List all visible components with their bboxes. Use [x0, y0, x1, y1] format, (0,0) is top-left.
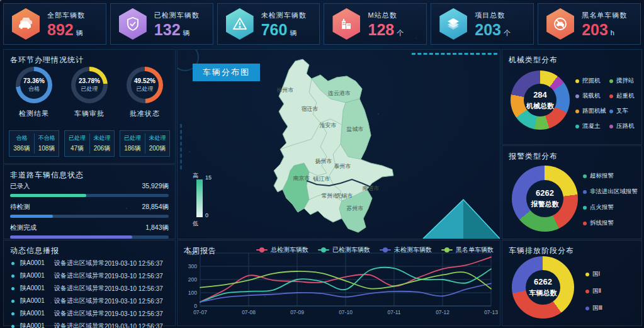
bar-value: 35,929辆 [142, 182, 169, 191]
legend-item[interactable]: 国Ⅱ [585, 287, 602, 295]
stat-card-m-stations: M站总数 128个 [324, 3, 427, 45]
panel-title: 非道路车辆信息状态 [10, 170, 84, 181]
legend-item[interactable]: 叉车 [609, 107, 642, 115]
feed-event: 设备进出区域异常 [54, 309, 105, 318]
progress-fill [10, 194, 86, 197]
stat-card-projects: 项目总数 203个 [431, 3, 534, 45]
feed-event: 设备进出区域异常 [54, 259, 105, 268]
legend-dot-icon [585, 307, 589, 310]
station-icon [332, 8, 360, 40]
stat-label: 未检测车辆数 [261, 11, 307, 20]
progress-fill [10, 235, 132, 239]
list-item: 陕A0001设备进出区域异常2019-03-10 12:56:37 [11, 297, 171, 305]
gauge-status: 合格 [28, 85, 40, 93]
layers-icon [439, 8, 467, 40]
gauge-percent: 49.52% [134, 77, 155, 84]
legend-dot-icon [609, 110, 613, 113]
panel-emission-stages: 车辆排放阶段分布 6262 车辆总数 国Ⅰ国Ⅱ国Ⅲ [502, 240, 642, 326]
bar-label: 待检测 [10, 203, 30, 212]
col-header: 合格 [9, 133, 34, 144]
legend-dot-icon [609, 79, 613, 83]
legend-item[interactable]: 混凝土 [575, 122, 608, 130]
legend-dot-icon [585, 273, 589, 276]
legend-dot-icon [583, 190, 587, 194]
map-city-label: 连云港市 [328, 89, 351, 98]
gauge-vehicle-approval: 23.78%已处理 车辆审批 [63, 67, 116, 118]
grad-min-label: 0 [205, 212, 208, 218]
legend-item[interactable]: 总检测车辆数 [256, 246, 308, 254]
stat-unit: 个 [504, 29, 511, 37]
gauge-row: 73.36%合格 检测结果 23.78%已处理 车辆审批 49.52%已处理 批… [6, 67, 172, 118]
legend-dot-icon [575, 125, 579, 128]
legend-item[interactable]: 国Ⅰ [585, 270, 602, 278]
panel-alarm-types: 报警类型分布 6262 报警总数 超标报警非法进出区域报警点火报警拆线报警 [502, 145, 642, 239]
panel-weekly-report: 本周报告 总检测车辆数已检测车辆数未检测车辆数黑名单车辆数 0100200300… [177, 240, 500, 326]
cars-icon [12, 8, 40, 40]
progress-track [10, 235, 169, 239]
panel-vehicle-map: 车辆分布图 徐州市连云港市宿迁市淮安市盐城市扬州市泰州市南京市镇江市常 [177, 49, 500, 239]
legend-dot-icon [575, 94, 579, 98]
map-city-label: 南京市 [293, 174, 310, 183]
svg-text:07-10: 07-10 [339, 309, 353, 315]
legend-item[interactable]: 国Ⅲ [585, 304, 602, 312]
bullet-icon [11, 325, 14, 328]
feed-time: 2019-03-10 12:56:37 [105, 285, 171, 292]
legend-item[interactable]: 挖掘机 [575, 77, 608, 85]
stat-value: 892 [47, 21, 74, 38]
table-group: 已处理 未处理 186辆 200辆 [120, 130, 170, 157]
feed-time: 2019-03-10 12:56:37 [105, 298, 171, 305]
panel-news-feed: 动态信息播报 陕A0001设备进出区域异常2019-03-10 12:56:37… [3, 240, 176, 326]
feed-plate: 陕A0001 [20, 271, 54, 280]
legend-dot-icon [609, 94, 613, 98]
list-item: 陕A0001设备进出区域异常2019-03-10 12:56:37 [11, 271, 171, 280]
panel-machine-types: 机械类型分布 284 机械总数 挖掘机搅拌站装载机起重机路面机械叉车混凝土压路机 [502, 49, 642, 145]
legend-item[interactable]: 超标报警 [583, 172, 638, 180]
progress-row: 检测完成1,843辆 [10, 223, 169, 239]
svg-text:100: 100 [188, 290, 197, 296]
alarm-donut-chart[interactable] [512, 166, 578, 232]
bullet-icon [11, 312, 14, 315]
map-title-badge[interactable]: 车辆分布图 [193, 64, 260, 81]
feed-plate: 陕A0001 [20, 322, 54, 328]
stat-label: 黑名单车辆数 [582, 11, 627, 20]
stat-card-all-vehicles: 全部车辆数 892辆 [3, 3, 106, 45]
list-item: 陕A0001设备进出区域异常2019-03-10 12:56:37 [11, 259, 171, 268]
legend-item[interactable]: 黑名单车辆数 [441, 246, 494, 254]
emission-donut-chart[interactable] [512, 256, 574, 319]
gauge-approve-status: 49.52%已处理 批准状态 [118, 67, 171, 118]
legend-item[interactable]: 装载机 [575, 92, 608, 100]
col-header: 已处理 [120, 133, 145, 144]
legend-item[interactable]: 路面机械 [575, 107, 608, 115]
legend-line-icon [441, 247, 453, 252]
bar-label: 检测完成 [10, 223, 37, 232]
col-header: 不合格 [34, 133, 59, 144]
machine-donut-chart[interactable] [511, 71, 570, 130]
gauge-percent: 23.78% [79, 77, 100, 84]
gauge-label: 批准状态 [130, 109, 160, 118]
feed-plate: 陕A0001 [20, 309, 54, 318]
svg-text:07-11: 07-11 [387, 309, 400, 315]
stat-card-unchecked-vehicles: 未检测车辆数 760辆 [217, 3, 320, 45]
feed-time: 2019-03-10 12:56:37 [105, 310, 171, 317]
legend-item[interactable]: 拆线报警 [583, 219, 638, 227]
legend-item[interactable]: 搅拌站 [609, 77, 642, 85]
feed-time: 2019-03-10 12:56:37 [105, 260, 171, 267]
starfield-decor [0, 0, 1, 1]
gauge-ring: 73.36%合格 [16, 67, 52, 103]
legend-item[interactable]: 非法进出区域报警 [583, 188, 638, 196]
gauge-status: 已处理 [81, 85, 98, 93]
grad-max-label: 15 [205, 174, 212, 181]
legend-item[interactable]: 未检测车辆数 [380, 246, 432, 254]
panel-title: 机械类型分布 [509, 55, 558, 65]
stat-unit: 辆 [76, 29, 83, 37]
panel-vehicle-info-status: 非道路车辆信息状态 已录入35,929辆 待检测28,854辆 检测完成1,84… [3, 164, 176, 239]
legend-item[interactable]: 压路机 [609, 122, 642, 130]
col-header: 未处理 [89, 133, 114, 144]
legend-item[interactable]: 起重机 [609, 92, 642, 100]
legend-item[interactable]: 已检测车辆数 [318, 246, 370, 254]
stat-unit: 辆 [290, 29, 297, 37]
legend-item[interactable]: 点火报警 [583, 203, 638, 212]
map-city-label: 无锡市 [336, 192, 353, 200]
list-item: 陕A0001设备进出区域异常2019-03-10 12:56:37 [11, 309, 171, 318]
stat-label: 项目总数 [475, 11, 511, 20]
